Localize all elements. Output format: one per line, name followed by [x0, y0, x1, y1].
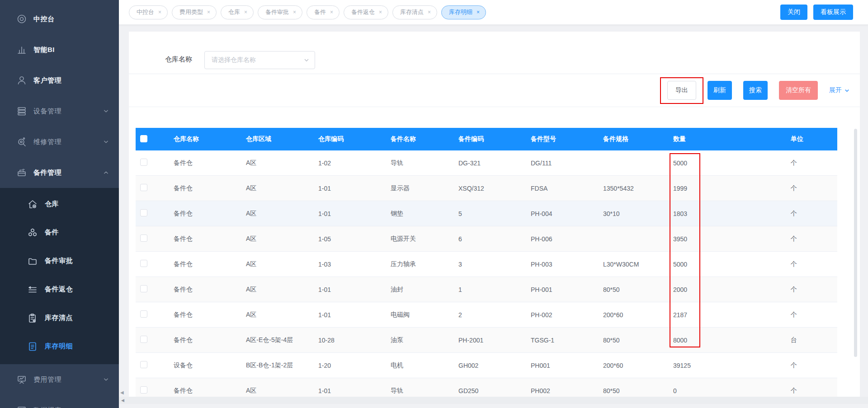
table-row[interactable]: 备件仓A区1-01电磁阀2PH-002200*602187个: [136, 302, 837, 328]
table-cell: PH-002: [520, 311, 592, 319]
table-row[interactable]: 备件仓A区1-03压力轴承3PH-003L30*W30CM5000个: [136, 252, 837, 277]
table-cell: 80*50: [592, 387, 662, 394]
sidebar-item-smart-bi[interactable]: 智能BI: [0, 34, 119, 65]
table-cell: A区-E仓-5架-4层: [235, 336, 307, 344]
horizontal-scrollbar[interactable]: ◀: [119, 397, 868, 404]
table-cell: 1-20: [307, 362, 380, 369]
tab-库存明细[interactable]: 库存明细×: [441, 5, 486, 19]
table-cell: 39125: [662, 362, 780, 369]
row-checkbox-cell: [136, 260, 163, 268]
sidebar-item-label: 备件审批: [45, 257, 73, 265]
sidebar-item-inventory-detail[interactable]: 库存明细: [0, 332, 119, 361]
tab-close-icon[interactable]: ×: [293, 9, 296, 15]
table-cell: 80*50: [592, 286, 662, 293]
sidebar-item-label: 库存明细: [45, 342, 73, 351]
table-cell: 个: [780, 387, 837, 395]
sidebar-item-stock-count[interactable]: 库存清点: [0, 304, 119, 332]
tab-close-icon[interactable]: ×: [158, 9, 161, 15]
table-cell: A区: [235, 210, 307, 218]
tab-close-icon[interactable]: ×: [330, 9, 333, 15]
column-header: 数量: [662, 135, 780, 143]
tab-备件[interactable]: 备件×: [307, 5, 340, 19]
sidebar-item-data-report[interactable]: 数据报表: [0, 395, 119, 408]
tab-费用类型[interactable]: 费用类型×: [172, 5, 217, 19]
tab-备件返仓[interactable]: 备件返仓×: [344, 5, 388, 19]
sidebar-item-console[interactable]: 中控台: [0, 4, 119, 34]
sidebar: 中控台智能BI客户管理设备管理维修管理备件管理仓库备件备件审批备件返仓库存清点库…: [0, 0, 119, 408]
table-cell: 200*60: [592, 311, 662, 319]
export-button[interactable]: 导出: [667, 81, 696, 100]
sidebar-item-device-mgmt[interactable]: 设备管理: [0, 96, 119, 127]
row-checkbox[interactable]: [140, 336, 147, 343]
tab-close-icon[interactable]: ×: [207, 9, 210, 15]
expand-link[interactable]: 展开: [829, 86, 850, 94]
table-cell: PH-2001: [448, 337, 520, 344]
board-display-button[interactable]: 看板展示: [813, 5, 853, 20]
tab-label: 费用类型: [179, 8, 203, 16]
tab-中控台[interactable]: 中控台×: [129, 5, 168, 19]
row-checkbox[interactable]: [140, 184, 147, 191]
row-checkbox[interactable]: [140, 159, 147, 166]
sidebar-item-label: 备件返仓: [45, 285, 73, 294]
table-cell: 1-05: [307, 235, 380, 243]
table-cell: 1350*5432: [592, 185, 662, 192]
sidebar-item-spare-parts-mgmt[interactable]: 备件管理: [0, 157, 119, 188]
table-row[interactable]: 备件仓A区1-01显示器XSQ/312FDSA1350*54321999个: [136, 176, 837, 201]
row-checkbox[interactable]: [140, 310, 147, 318]
tab-仓库[interactable]: 仓库×: [221, 5, 254, 19]
chevron-down-icon: [844, 88, 850, 94]
row-checkbox[interactable]: [140, 234, 147, 242]
table-row[interactable]: 备件仓A区1-01油封1PH-00180*502000个: [136, 277, 837, 302]
warehouse-name-select[interactable]: 请选择仓库名称: [204, 51, 315, 69]
console-icon: [16, 14, 27, 24]
table-cell: PH-006: [520, 235, 592, 243]
sidebar-collapse-icon[interactable]: ◀: [120, 390, 124, 395]
search-button[interactable]: 搜索: [743, 81, 768, 100]
sidebar-item-repair-mgmt[interactable]: 维修管理: [0, 127, 119, 157]
expand-link-label: 展开: [829, 86, 842, 94]
tab-备件审批[interactable]: 备件审批×: [258, 5, 302, 19]
row-checkbox[interactable]: [140, 209, 147, 216]
sidebar-item-label: 客户管理: [33, 76, 61, 85]
customer-icon: [16, 75, 27, 86]
row-checkbox[interactable]: [140, 260, 147, 267]
table-row[interactable]: 备件仓A区1-01钢垫5PH-00430*101803个: [136, 201, 837, 226]
table-cell: PH001: [520, 362, 592, 369]
select-all-checkbox[interactable]: [140, 135, 147, 142]
row-checkbox[interactable]: [140, 386, 147, 394]
row-checkbox-cell: [136, 209, 163, 218]
table-cell: XSQ/312: [448, 185, 520, 192]
table-cell: 2: [448, 311, 520, 319]
table-cell: 油泵: [380, 336, 448, 344]
clear-all-button[interactable]: 清空所有: [779, 81, 818, 100]
tab-close-icon[interactable]: ×: [476, 9, 480, 15]
column-header: 备件名称: [380, 135, 448, 143]
scroll-left-arrow-icon[interactable]: ◀: [121, 399, 124, 403]
tab-close-icon[interactable]: ×: [244, 9, 247, 15]
sidebar-item-parts-approval[interactable]: 备件审批: [0, 247, 119, 275]
table-cell: 油封: [380, 286, 448, 294]
sidebar-item-parts-return[interactable]: 备件返仓: [0, 275, 119, 304]
sidebar-item-expense-mgmt[interactable]: 费用管理: [0, 364, 119, 395]
table-row[interactable]: 设备仓B区-B仓-1架-2层1-20电机GH002PH001200*603912…: [136, 353, 837, 378]
vertical-scrollbar-thumb[interactable]: [854, 129, 857, 357]
close-button[interactable]: 关闭: [780, 5, 807, 20]
sidebar-item-spare-parts[interactable]: 备件: [0, 218, 119, 247]
table-cell: 导轨: [380, 387, 448, 395]
table-row[interactable]: 备件仓A区1-01导轨GD250PH00280*500个: [136, 378, 837, 397]
tab-库存清点[interactable]: 库存清点×: [392, 5, 437, 19]
table-cell: 3: [448, 261, 520, 268]
table-cell: 台: [780, 336, 837, 344]
tab-close-icon[interactable]: ×: [379, 9, 382, 15]
sidebar-item-warehouse[interactable]: 仓库: [0, 190, 119, 218]
table-row[interactable]: 备件仓A区-E仓-5架-4层10-28油泵PH-2001TGSG-180*508…: [136, 328, 837, 353]
sidebar-item-customer-mgmt[interactable]: 客户管理: [0, 65, 119, 96]
tab-close-icon[interactable]: ×: [428, 9, 431, 15]
refresh-button[interactable]: 刷新: [708, 81, 732, 100]
tab-label: 库存明细: [449, 8, 472, 16]
row-checkbox[interactable]: [140, 285, 147, 292]
row-checkbox[interactable]: [140, 361, 147, 368]
table-cell: 备件仓: [163, 235, 235, 243]
table-row[interactable]: 备件仓A区1-05电源开关6PH-0063950个: [136, 226, 837, 252]
table-row[interactable]: 备件仓A区1-02导轨DG-321DG/1115000个: [136, 150, 837, 176]
